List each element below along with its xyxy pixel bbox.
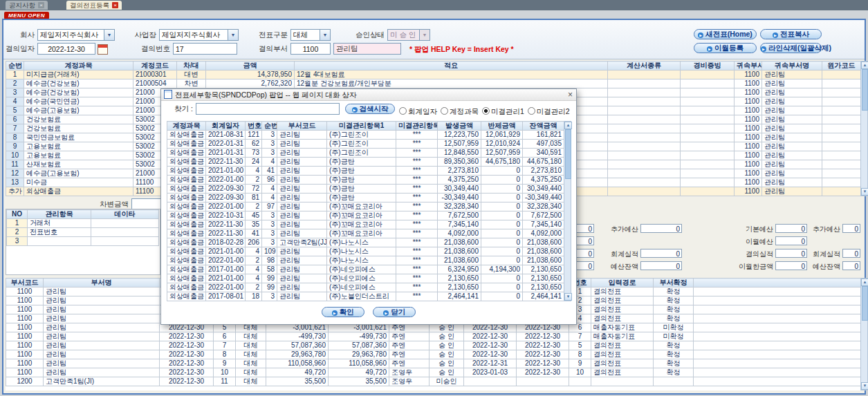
pending-item-cell: 12,010,924 <box>481 140 523 149</box>
journal-line-cell <box>822 169 861 178</box>
journal-line-cell <box>822 97 861 106</box>
pending-item-row[interactable]: 외상매출금2022-09-30724관리팀(주)금탄***30,349,4400… <box>167 185 564 194</box>
slip-list-row[interactable]: 1100관리팀2022-12-307대체57,087,36057,087,360… <box>6 341 861 350</box>
pending-item-row[interactable]: 외상매출금2022-09-30814관리팀(주)금탄***-30,349,440… <box>167 194 564 202</box>
tab-notice[interactable]: 공지사항× <box>6 1 48 10</box>
journal-line-cell: 관리팀 <box>762 160 822 169</box>
pending-item-row[interactable]: 외상매출금2022-11-30244관리팀(주)금탄***89,350,3604… <box>167 158 564 167</box>
company-select[interactable]: 제일저지주식회사 ▼ <box>37 29 115 41</box>
tab-close-icon[interactable]: × <box>38 2 44 8</box>
approval-select[interactable]: 미 승 인 ▼ <box>387 29 430 41</box>
close-button[interactable]: ▶닫기 <box>373 307 416 317</box>
scroll-down-icon[interactable]: ▼ <box>861 188 868 196</box>
pending-item-cell: 관리팀 <box>277 265 327 274</box>
slip-type-select[interactable]: 대체 ▼ <box>290 29 331 41</box>
journal-line-cell: 건강보험료 <box>24 124 133 133</box>
tab-close-icon[interactable]: × <box>112 2 118 8</box>
pending-item-cell: 0 <box>481 185 523 194</box>
pending-item-row[interactable]: 외상매출금2022-11-30353관리팀(주)꼬매요코리아***7,345,1… <box>167 220 564 229</box>
pending-item-row[interactable]: 외상매출금2017-01-00458관리팀(주)네오피에스***6,324,95… <box>167 265 564 274</box>
pending-item-cell: 206 <box>246 238 262 247</box>
pending-item-row[interactable]: 외상매출금2018-02-282063고객만족2팀(JJ(주)나노시스***21… <box>167 238 564 247</box>
pending-item-cell: (주)꼬매요코리아 <box>327 229 396 238</box>
pending-item-row[interactable]: 외상매출금2022-01-31623관리팀(주)그린조이***12,507,95… <box>167 140 564 149</box>
search-start-button[interactable]: ▶검색시작 <box>345 104 395 114</box>
copy-slip-button[interactable]: ▶전표복사 <box>760 29 822 39</box>
slip-list-cell: 관리팀 <box>44 323 160 332</box>
chevron-down-icon[interactable]: ▼ <box>320 30 330 40</box>
scrollbar-track[interactable]: ▲ ▼ <box>860 278 868 390</box>
bizplace-select[interactable]: 제일저지주식회사 ▼ <box>159 29 239 41</box>
delete-line-button[interactable]: ▶라인삭제(일괄삭제) <box>760 43 822 53</box>
journal-line-row[interactable]: 2예수금(건강보험)21000504차변2,762,32012월분 건강보험료/… <box>6 79 861 88</box>
scrollbar-thumb[interactable] <box>565 129 571 179</box>
new-slip-button[interactable]: ▶새전표(Home) <box>694 29 757 39</box>
pending-item-cell: 2 <box>246 283 262 292</box>
pending-item-row[interactable]: 외상매출금2022-01-00299관리팀(주)네오피에스***2,130,65… <box>167 283 564 292</box>
journal-line-row[interactable]: 1미지급금(거래처)21000301대변14,378,95012월 4대보험료 … <box>6 70 861 79</box>
date-input[interactable] <box>37 43 95 55</box>
chevron-down-icon[interactable]: ▼ <box>104 30 114 40</box>
slip-list-row[interactable]: 1100관리팀2022-12-308대체29,963,78029,963,780… <box>6 350 861 359</box>
pending-item-cell: 99 <box>262 274 277 283</box>
slip-list-cell: 1100 <box>6 287 44 296</box>
radio-option[interactable]: 미결관리1 <box>482 107 524 115</box>
pending-item-cell: 161,821 <box>523 131 564 140</box>
radio-option[interactable]: 회계일자 <box>399 107 437 115</box>
pending-item-row[interactable]: 외상매출금2022-01-00297관리팀(주)꼬매요코리아***32,328,… <box>167 202 564 211</box>
mgmt-item-row[interactable]: 3 <box>7 237 159 246</box>
radio-icon[interactable] <box>399 107 407 115</box>
calendar-icon[interactable] <box>98 44 108 55</box>
pending-item-row[interactable]: 외상매출금2021-01-004109관리팀(주)나노시스***21,038,6… <box>167 247 564 256</box>
budget-field-value: 0 <box>640 224 682 233</box>
slip-list-row[interactable]: 1100관리팀2022-12-309대체110,058,960110,058,9… <box>6 359 861 368</box>
search-input[interactable] <box>196 103 340 115</box>
pending-item-row[interactable]: 외상매출금2022-01-00296관리팀(주)금탄***4,375,25004… <box>167 176 564 185</box>
mgmt-item-row[interactable]: 1거래처 <box>7 219 159 228</box>
pending-item-cell: -30,349,440 <box>438 194 481 202</box>
slip-list-cell: 2022-12-30 <box>160 377 214 386</box>
pending-items-popup: 전표세부항목(SPNDCDPop) 팝업 -- 웹 페이지 대화 상자 × 찾기… <box>160 88 577 325</box>
radio-option[interactable]: 미결관리2 <box>528 107 570 115</box>
scrollbar-track[interactable]: ▲ ▼ <box>564 121 571 301</box>
dept-name-field[interactable]: 관리팀 <box>333 43 401 55</box>
scrollbar-thumb[interactable] <box>862 286 868 321</box>
pending-item-row[interactable]: 외상매출금2022-01-00298관리팀(주)나노시스***21,038,60… <box>167 256 564 265</box>
slip-list-row[interactable]: 1100관리팀2022-12-306대체-499,730-499,730주엔승 … <box>6 332 861 341</box>
tab-slip-entry[interactable]: 결의전표등록× <box>66 1 122 10</box>
scroll-down-icon[interactable]: ▼ <box>564 293 572 301</box>
journal-line-cell <box>608 178 681 187</box>
chevron-down-icon[interactable]: ▼ <box>228 30 238 40</box>
scroll-up-icon[interactable]: ▲ <box>861 62 868 69</box>
scrollbar-track[interactable]: ▲ ▼ <box>860 61 868 196</box>
slip-list-row[interactable]: 1100관리팀2022-12-3010대체49,72049,720조영우승 인2… <box>6 368 861 377</box>
pending-item-row[interactable]: 외상매출금2017-08-01183관리팀(주)노블인더스트리***2,464,… <box>167 292 564 301</box>
pending-item-row[interactable]: 외상매출금2021-08-311213관리팀(주)그린조이***12,223,7… <box>167 131 564 140</box>
pending-item-row[interactable]: 외상매출금2022-10-31453관리팀(주)꼬매요코리아***7,672,5… <box>167 211 564 220</box>
pending-item-row[interactable]: 외상매출금2022-11-30413관리팀(주)꼬매요코리아***4,092,0… <box>167 229 564 238</box>
mgmt-item-row[interactable]: 2전표번호 <box>7 228 159 237</box>
column-header: 금액 <box>206 62 295 70</box>
journal-line-cell: 건강보험료 <box>24 115 133 124</box>
dept-code-input[interactable] <box>290 43 331 55</box>
scrollbar-thumb[interactable] <box>862 69 868 111</box>
radio-icon[interactable] <box>482 107 490 115</box>
pending-item-row[interactable]: 외상매출금2021-01-00499관리팀(주)네오피에스***2,130,65… <box>167 274 564 283</box>
pending-item-cell: 관리팀 <box>277 149 327 158</box>
slip-list-row[interactable]: 1200고객만족1팀(JI)2022-12-3011대체35,50035,500… <box>6 377 861 386</box>
carryover-button[interactable]: ▶이월등록 <box>694 43 757 53</box>
scroll-up-icon[interactable]: ▲ <box>564 122 572 129</box>
journal-line-cell: 1100 <box>735 79 762 88</box>
close-icon[interactable]: × <box>568 89 573 100</box>
scroll-down-icon[interactable]: ▼ <box>861 382 868 390</box>
pending-item-row[interactable]: 외상매출금2021-01-31733관리팀(주)그린조이***12,848,55… <box>167 149 564 158</box>
pending-item-row[interactable]: 외상매출금2021-01-00441관리팀(주)금탄***2,273,81002… <box>167 167 564 176</box>
pending-item-cell: *** <box>396 176 438 185</box>
radio-icon[interactable] <box>528 107 535 115</box>
slip-no-input[interactable] <box>173 43 237 55</box>
journal-line-cell <box>608 133 681 142</box>
confirm-button[interactable]: ▶확인 <box>322 307 364 317</box>
scroll-up-icon[interactable]: ▲ <box>861 279 868 286</box>
radio-icon[interactable] <box>441 107 448 115</box>
radio-option[interactable]: 계정과목 <box>441 107 479 115</box>
